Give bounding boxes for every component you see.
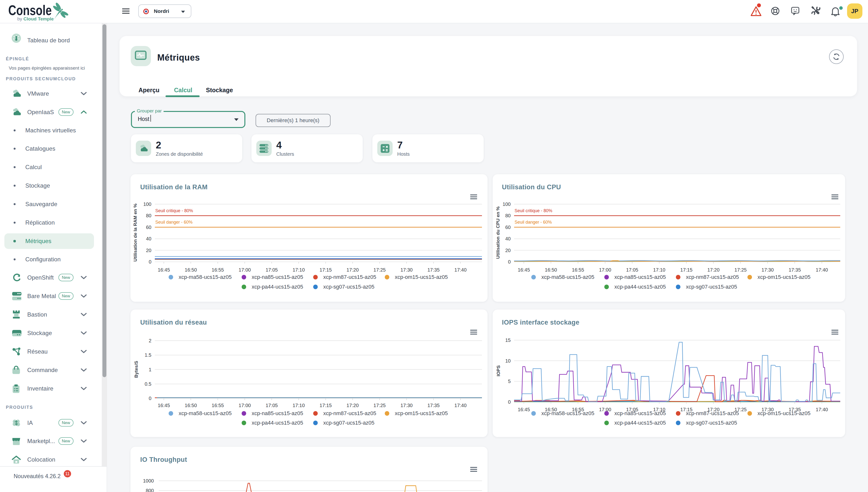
svg-text:xcp-om15-ucs15-az05: xcp-om15-ucs15-az05 — [395, 274, 448, 280]
svg-text:17:20: 17:20 — [346, 403, 359, 408]
svg-text:Utilisation de la RAM en %: Utilisation de la RAM en % — [132, 204, 138, 262]
svg-text:17:40: 17:40 — [816, 407, 828, 412]
svg-text:xcp-nm87-ucs15-az05: xcp-nm87-ucs15-az05 — [686, 410, 739, 416]
svg-text:16:45: 16:45 — [518, 267, 530, 272]
svg-text:60: 60 — [146, 225, 151, 230]
svg-text:17:30: 17:30 — [401, 267, 413, 272]
svg-text:17:05: 17:05 — [266, 403, 278, 408]
svg-text:100: 100 — [503, 201, 511, 207]
svg-text:17:05: 17:05 — [626, 267, 638, 272]
svg-text:20: 20 — [505, 248, 511, 253]
svg-text:xcp-na85-ucs15-az05: xcp-na85-ucs15-az05 — [252, 274, 303, 280]
svg-text:17:35: 17:35 — [789, 267, 801, 272]
svg-text:17:10: 17:10 — [293, 267, 305, 272]
svg-text:xcp-pa44-ucs15-az05: xcp-pa44-ucs15-az05 — [252, 420, 303, 426]
svg-text:1: 1 — [149, 367, 151, 372]
svg-text:16:55: 16:55 — [212, 403, 224, 408]
svg-text:17:30: 17:30 — [401, 403, 413, 408]
svg-text:xcp-pa44-ucs15-az05: xcp-pa44-ucs15-az05 — [614, 420, 666, 426]
svg-text:xcp-om15-ucs15-az05: xcp-om15-ucs15-az05 — [757, 410, 811, 416]
svg-text:Utilisation du CPU en %: Utilisation du CPU en % — [495, 206, 501, 259]
svg-text:Seuil danger - 60%: Seuil danger - 60% — [155, 220, 193, 225]
svg-text:xcp-ma58-ucs15-az05: xcp-ma58-ucs15-az05 — [541, 274, 595, 280]
svg-text:17:30: 17:30 — [762, 267, 774, 272]
svg-text:0.5: 0.5 — [145, 381, 151, 387]
svg-text:xcp-ma58-ucs15-az05: xcp-ma58-ucs15-az05 — [179, 274, 232, 280]
svg-text:17:25: 17:25 — [734, 267, 747, 272]
svg-text:xcp-na85-ucs15-az05: xcp-na85-ucs15-az05 — [614, 274, 666, 280]
svg-text:IOPS: IOPS — [496, 365, 501, 376]
svg-text:xcp-sg07-ucs15-az05: xcp-sg07-ucs15-az05 — [686, 420, 737, 426]
svg-text:100: 100 — [143, 201, 151, 207]
svg-text:16:55: 16:55 — [572, 267, 584, 272]
svg-text:Seuil danger - 60%: Seuil danger - 60% — [514, 220, 552, 225]
svg-text:17:10: 17:10 — [293, 403, 305, 408]
svg-text:17:10: 17:10 — [653, 267, 665, 272]
svg-text:17:40: 17:40 — [454, 267, 466, 272]
svg-text:16:45: 16:45 — [158, 267, 170, 272]
svg-text:1.5: 1.5 — [145, 352, 151, 358]
svg-text:xcp-om15-ucs15-az05: xcp-om15-ucs15-az05 — [395, 410, 448, 416]
svg-text:xcp-sg07-ucs15-az05: xcp-sg07-ucs15-az05 — [686, 284, 737, 290]
svg-text:0: 0 — [508, 399, 511, 404]
svg-text:xcp-nm87-ucs15-az05: xcp-nm87-ucs15-az05 — [323, 274, 376, 280]
svg-text:0: 0 — [508, 259, 511, 265]
svg-text:17:00: 17:00 — [599, 267, 611, 272]
svg-text:xcp-pa44-ucs15-az05: xcp-pa44-ucs15-az05 — [252, 284, 303, 290]
svg-text:0: 0 — [149, 259, 151, 265]
svg-text:xcp-pa44-ucs15-az05: xcp-pa44-ucs15-az05 — [614, 284, 666, 290]
svg-text:5: 5 — [508, 378, 511, 384]
svg-text:17:15: 17:15 — [320, 267, 332, 272]
svg-text:Seuil critique - 80%: Seuil critique - 80% — [514, 208, 552, 213]
svg-text:20: 20 — [146, 248, 151, 253]
svg-text:1000: 1000 — [143, 478, 154, 484]
svg-text:xcp-om15-ucs15-az05: xcp-om15-ucs15-az05 — [757, 274, 811, 280]
svg-text:17:25: 17:25 — [373, 403, 386, 408]
svg-text:17:20: 17:20 — [346, 267, 359, 272]
svg-text:xcp-sg07-ucs15-az05: xcp-sg07-ucs15-az05 — [323, 420, 375, 426]
svg-text:17:35: 17:35 — [428, 403, 440, 408]
svg-text:xcp-ma58-ucs15-az05: xcp-ma58-ucs15-az05 — [541, 410, 595, 416]
svg-text:17:05: 17:05 — [266, 267, 278, 272]
svg-text:10: 10 — [505, 358, 511, 364]
svg-text:Seuil critique - 80%: Seuil critique - 80% — [155, 208, 193, 213]
svg-text:17:40: 17:40 — [816, 267, 828, 272]
svg-text:16:45: 16:45 — [158, 403, 170, 408]
svg-text:15: 15 — [505, 338, 511, 343]
svg-text:16:50: 16:50 — [185, 403, 197, 408]
svg-text:xcp-na85-ucs15-az05: xcp-na85-ucs15-az05 — [614, 410, 666, 416]
svg-text:17:00: 17:00 — [599, 407, 611, 412]
svg-text:17:00: 17:00 — [239, 267, 251, 272]
svg-text:17:40: 17:40 — [454, 403, 466, 408]
svg-text:40: 40 — [146, 236, 151, 241]
svg-text:xcp-ma58-ucs15-az05: xcp-ma58-ucs15-az05 — [179, 410, 232, 416]
svg-text:17:25: 17:25 — [373, 267, 386, 272]
svg-text:2: 2 — [149, 338, 151, 343]
svg-text:40: 40 — [505, 236, 511, 241]
svg-text:16:55: 16:55 — [212, 267, 224, 272]
svg-text:17:00: 17:00 — [239, 403, 251, 408]
svg-text:60: 60 — [505, 225, 511, 230]
svg-text:16:50: 16:50 — [545, 267, 557, 272]
svg-text:0: 0 — [149, 396, 151, 401]
svg-text:80: 80 — [146, 213, 151, 218]
svg-text:xcp-na85-ucs15-az05: xcp-na85-ucs15-az05 — [252, 410, 303, 416]
svg-text:xcp-sg07-ucs15-az05: xcp-sg07-ucs15-az05 — [323, 284, 375, 290]
svg-text:17:35: 17:35 — [428, 267, 440, 272]
svg-text:16:50: 16:50 — [185, 267, 197, 272]
svg-text:16:45: 16:45 — [518, 407, 530, 412]
svg-text:80: 80 — [505, 213, 511, 218]
svg-text:xcp-nm87-ucs15-az05: xcp-nm87-ucs15-az05 — [323, 410, 376, 416]
svg-text:17:15: 17:15 — [320, 403, 332, 408]
svg-text:17:20: 17:20 — [707, 267, 720, 272]
svg-text:xcp-nm87-ucs15-az05: xcp-nm87-ucs15-az05 — [686, 274, 739, 280]
svg-text:Bytes/S: Bytes/S — [134, 361, 139, 378]
svg-text:17:15: 17:15 — [680, 267, 693, 272]
svg-text:800: 800 — [146, 488, 154, 492]
